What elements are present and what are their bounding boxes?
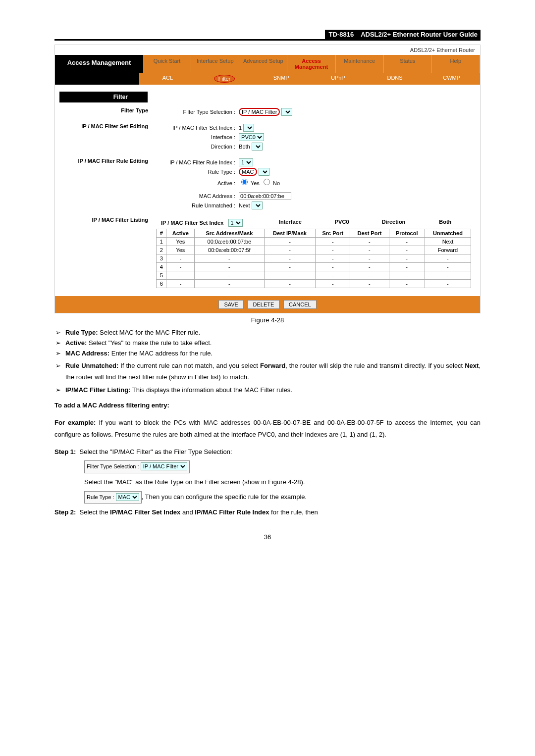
router-model-label: ADSL2/2+ Ethernet Router <box>55 45 480 55</box>
page-number: 36 <box>54 533 481 541</box>
doc-title: ADSL2/2+ Ethernet Router User Guide <box>358 30 481 39</box>
set-index-label: IP / MAC Filter Set Index : <box>156 125 235 131</box>
rule-type-label: Rule Type : <box>156 169 235 175</box>
button-row: SAVE DELETE CANCEL <box>55 296 480 313</box>
model-badge: TD-8816 <box>325 30 358 39</box>
mac-label: MAC Address : <box>156 193 235 199</box>
subhead: To add a MAC Address filtering entry: <box>54 402 169 409</box>
section-listing: IP / MAC Filter Listing <box>60 215 152 289</box>
subtab-upnp[interactable]: UPnP <box>310 73 367 85</box>
step1-rule-type-select[interactable]: MAC <box>116 493 139 501</box>
tab-advanced-setup[interactable]: Advanced Setup <box>239 55 287 73</box>
mac-input[interactable] <box>239 192 291 200</box>
step1-rule-type-box: Rule Type : MAC <box>84 491 142 504</box>
tab-status[interactable]: Status <box>384 55 432 73</box>
rule-index-select[interactable]: 1 <box>239 158 253 166</box>
active-no: No <box>273 180 280 186</box>
step1-text-b: Select the "MAC" as the Rule Type on the… <box>84 476 481 488</box>
subtab-cwmp[interactable]: CWMP <box>423 73 480 85</box>
direction-select[interactable] <box>252 143 263 151</box>
unmatched-select[interactable] <box>252 202 263 209</box>
step1-filter-type-box: Filter Type Selection : IP / MAC Filter <box>84 460 190 473</box>
bullet-mac-address: MAC Address: Enter the MAC address for t… <box>65 350 481 357</box>
table-header: Protocol <box>389 229 425 238</box>
subtab-acl[interactable]: ACL <box>139 73 196 85</box>
main-tabs: Access Management Quick Start Interface … <box>55 55 480 73</box>
table-header: Unmatched <box>425 229 471 238</box>
table-row: 2Yes00:0a:eb:00:07:5f----Forward <box>157 246 471 254</box>
listing-header: IP / MAC Filter Set Index 1 Interface PV… <box>156 219 471 227</box>
tab-interface-setup[interactable]: Interface Setup <box>191 55 239 73</box>
set-index-select[interactable] <box>243 124 254 132</box>
left-tab-title: Access Management <box>55 55 143 73</box>
doc-header: TD-8816ADSL2/2+ Ethernet Router User Gui… <box>54 30 481 39</box>
table-row: 6------- <box>157 280 471 288</box>
unmatched-value: Next <box>239 202 250 208</box>
table-row: 1Yes00:0a:eb:00:07:be----Next <box>157 238 471 246</box>
bullet-list: Rule Type: Select MAC for the MAC Filter… <box>54 329 481 394</box>
interface-label: Interface : <box>156 134 235 140</box>
interface-select[interactable]: PVC0 <box>239 133 264 141</box>
table-header: Src Address/Mask <box>195 229 264 238</box>
bullet-active: Active: Select "Yes" to make the rule to… <box>65 339 481 347</box>
rule-type-select[interactable] <box>259 168 269 176</box>
tab-access-management[interactable]: Access Management <box>287 55 335 73</box>
cancel-button[interactable]: CANCEL <box>283 300 317 309</box>
bullet-rule-type: Rule Type: Select MAC for the MAC Filter… <box>65 329 481 336</box>
step-2: Step 2: Select the IP/MAC Filter Set Ind… <box>54 506 481 518</box>
filter-listing-table: #ActiveSrc Address/MaskDest IP/MaskSrc P… <box>156 229 471 288</box>
subtab-filter[interactable]: Filter <box>196 73 253 85</box>
section-filter: Filter <box>59 92 148 102</box>
active-yes: Yes <box>251 180 260 186</box>
save-button[interactable]: SAVE <box>218 300 244 309</box>
table-row: 4------- <box>157 263 471 271</box>
subtab-ddns[interactable]: DDNS <box>367 73 424 85</box>
filter-type-value: IP / MAC Filter <box>242 109 277 115</box>
tab-quick-start[interactable]: Quick Start <box>143 55 191 73</box>
rule-type-highlight: MAC <box>239 168 257 176</box>
section-set-editing: IP / MAC Filter Set Editing <box>60 121 152 153</box>
sub-tabs: ACL Filter SNMP UPnP DDNS CWMP <box>55 73 480 85</box>
filter-type-highlight: IP / MAC Filter <box>239 108 280 116</box>
router-ui: ADSL2/2+ Ethernet Router Access Manageme… <box>54 45 481 313</box>
subtab-snmp[interactable]: SNMP <box>253 73 310 85</box>
filter-type-select[interactable] <box>281 108 292 116</box>
direction-value: Both <box>239 144 250 150</box>
tab-help[interactable]: Help <box>432 55 480 73</box>
table-header: Dest IP/Mask <box>264 229 316 238</box>
unmatched-label: Rule Unmatched : <box>156 202 235 208</box>
tab-maintenance[interactable]: Maintenance <box>336 55 384 73</box>
table-row: 3------- <box>157 254 471 263</box>
figure-caption: Figure 4-28 <box>54 316 481 324</box>
filter-type-label: Filter Type Selection : <box>156 109 235 115</box>
bullet-filter-listing: IP/MAC Filter Listing: This displays the… <box>65 386 481 394</box>
listing-setindex-select[interactable]: 1 <box>228 219 243 227</box>
active-no-radio[interactable] <box>264 179 270 185</box>
bullet-rule-unmatched: Rule Unmatched: If the current rule can … <box>65 360 481 383</box>
step1-text-c: , Then you can configure the specific ru… <box>142 493 307 501</box>
step-1: Step 1: Select the "IP/MAC Filter" as th… <box>54 446 481 504</box>
step1-filter-type-select[interactable]: IP / MAC Filter <box>141 462 187 470</box>
section-filter-type: Filter Type <box>60 105 152 118</box>
table-header: Dest Port <box>350 229 389 238</box>
delete-button[interactable]: DELETE <box>248 300 280 309</box>
table-header: Active <box>166 229 195 238</box>
table-header: # <box>157 229 166 238</box>
table-row: 5------- <box>157 271 471 280</box>
active-label: Active : <box>156 180 235 186</box>
rule-index-label: IP / MAC Filter Rule Index : <box>156 159 235 165</box>
section-rule-editing: IP / MAC Filter Rule Editing <box>60 156 152 212</box>
example-para: For example: If you want to block the PC… <box>54 417 481 440</box>
rule-type-value: MAC <box>242 169 254 175</box>
set-index-value: 1 <box>239 125 242 131</box>
table-header: Src Port <box>316 229 350 238</box>
active-yes-radio[interactable] <box>241 179 248 185</box>
direction-label: Direction : <box>156 144 235 150</box>
